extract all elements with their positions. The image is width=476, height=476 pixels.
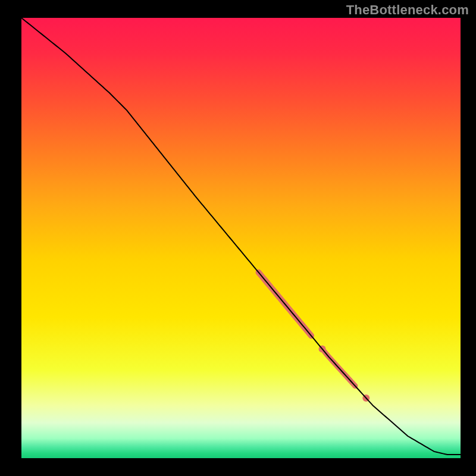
gradient-background — [21, 18, 461, 458]
chart-svg — [0, 0, 476, 476]
chart-frame: TheBottleneck.com — [0, 0, 476, 476]
watermark-text: TheBottleneck.com — [346, 2, 469, 18]
